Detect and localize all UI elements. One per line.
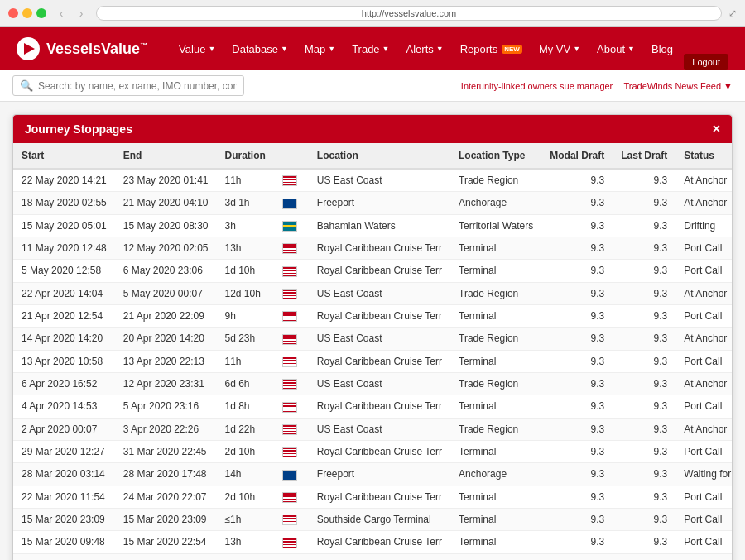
cell-start: 15 Mar 2020 09:48 xyxy=(13,531,115,553)
cell-location: US East Coast xyxy=(309,282,450,304)
cell-last-draft: 9.3 xyxy=(613,214,675,237)
cell-start: 15 Mar 2020 23:09 xyxy=(13,508,115,530)
search-input-wrap[interactable]: 🔍 xyxy=(12,75,244,96)
cell-start: 22 Mar 2020 11:54 xyxy=(13,486,115,508)
cell-location-type: Terminal xyxy=(450,237,541,259)
cell-flag xyxy=(274,440,309,462)
table-row: 28 Mar 2020 03:14 28 Mar 2020 17:48 14h … xyxy=(13,463,732,486)
cell-end: 5 May 2020 00:07 xyxy=(115,282,217,304)
cell-flag xyxy=(274,237,309,259)
cell-flag xyxy=(274,282,309,304)
cell-status: Port Call xyxy=(675,260,732,282)
cell-end: 15 Mar 2020 22:54 xyxy=(115,531,217,553)
logout-button[interactable]: Logout xyxy=(684,54,728,70)
cell-last-draft: 9.3 xyxy=(613,282,675,304)
table-row: 13 Apr 2020 10:58 13 Apr 2020 22:13 11h … xyxy=(13,350,732,372)
cell-location: Southside Cargo Terminal xyxy=(309,508,450,530)
cell-start: 11 May 2020 12:48 xyxy=(13,237,115,259)
cell-duration: ≤1h xyxy=(217,508,274,530)
table-row: 22 Apr 2020 14:04 5 May 2020 00:07 12d 1… xyxy=(13,282,732,304)
cell-flag xyxy=(274,169,309,192)
cell-modal-draft: 9.3 xyxy=(541,463,613,486)
cell-modal-draft: 9.3 xyxy=(541,531,613,553)
flag-icon xyxy=(282,357,297,367)
cell-duration: 3h xyxy=(217,214,274,237)
nav-item-map[interactable]: Map ▼ xyxy=(298,38,342,60)
table-row: 22 Mar 2020 11:54 24 Mar 2020 22:07 2d 1… xyxy=(13,486,732,508)
nav-item-blog[interactable]: Blog xyxy=(645,38,680,60)
browser-dots xyxy=(8,8,46,18)
cell-status: At Anchor xyxy=(675,192,732,214)
expand-icon[interactable]: ⤢ xyxy=(728,7,737,19)
cell-end: 24 Mar 2020 22:07 xyxy=(115,486,217,508)
dot-green[interactable] xyxy=(36,8,46,18)
table-row: 21 Apr 2020 12:54 21 Apr 2020 22:09 9h R… xyxy=(13,304,732,327)
cell-last-draft: 9.3 xyxy=(613,463,675,486)
nav-item-reports[interactable]: Reports NEW xyxy=(454,38,529,60)
cell-location-type: Terminal xyxy=(450,486,541,508)
cell-start: 4 Apr 2020 14:53 xyxy=(13,395,115,418)
back-arrow[interactable]: ‹ xyxy=(53,5,70,22)
flag-icon xyxy=(282,221,297,232)
cell-status: Port Call xyxy=(675,508,732,530)
cell-flag xyxy=(274,418,309,440)
nav-item-database[interactable]: Database ▼ xyxy=(225,38,295,60)
cell-end: 12 Apr 2020 23:31 xyxy=(115,372,217,395)
nav-item-trade[interactable]: Trade ▼ xyxy=(345,38,396,60)
cell-end: 12 May 2020 02:05 xyxy=(115,237,217,259)
cell-duration: 1d 10h xyxy=(217,260,274,282)
stoppages-table: Start End Duration Location Location Typ… xyxy=(13,143,732,560)
cell-last-draft: 9.3 xyxy=(613,553,675,560)
cell-duration: 9h xyxy=(217,304,274,327)
news-feed-button[interactable]: TradeWinds News Feed ▼ xyxy=(623,81,733,91)
nav-item-value[interactable]: Value ▼ xyxy=(172,38,222,60)
cell-flag xyxy=(274,304,309,327)
cell-end: 5 Apr 2020 23:16 xyxy=(115,395,217,418)
table-row: 15 May 2020 05:01 15 May 2020 08:30 3h B… xyxy=(13,214,732,237)
cell-flag xyxy=(274,372,309,395)
cell-start: 6 Apr 2020 16:52 xyxy=(13,372,115,395)
cell-duration: 1d 22h xyxy=(217,418,274,440)
table-header-row: Start End Duration Location Location Typ… xyxy=(13,143,732,169)
dot-yellow[interactable] xyxy=(22,8,32,18)
col-duration: Duration xyxy=(217,143,274,169)
journey-stoppages-dialog: Journey Stoppages × Start End Duration L… xyxy=(12,114,733,560)
flag-icon xyxy=(282,243,297,254)
table-row: 15 Mar 2020 09:48 15 Mar 2020 22:54 13h … xyxy=(13,531,732,553)
cell-location-type: Terminal xyxy=(450,531,541,553)
cell-duration: 5d 23h xyxy=(217,328,274,350)
table-row: 14 Apr 2020 14:20 20 Apr 2020 14:20 5d 2… xyxy=(13,328,732,350)
cell-flag xyxy=(274,531,309,553)
logo: VesselsValue™ xyxy=(17,37,147,60)
table-row: 29 Mar 2020 12:27 31 Mar 2020 22:45 2d 1… xyxy=(13,440,732,462)
flag-icon xyxy=(282,311,297,322)
nav-item-myvv[interactable]: My VV ▼ xyxy=(532,38,587,60)
cell-status: Port Call xyxy=(675,304,732,327)
forward-arrow[interactable]: › xyxy=(73,5,89,22)
url-bar[interactable]: http://vesselsvalue.com xyxy=(96,6,722,21)
cell-duration: 13h xyxy=(217,237,274,259)
search-input[interactable] xyxy=(38,80,237,92)
dot-red[interactable] xyxy=(8,8,18,18)
dialog-close-button[interactable]: × xyxy=(713,122,720,136)
cell-location-type: Port xyxy=(450,553,541,560)
cell-status: Port Call xyxy=(675,440,732,462)
cell-modal-draft: 9.3 xyxy=(541,214,613,237)
cell-end: 6 May 2020 23:06 xyxy=(115,260,217,282)
cell-location: US East Coast xyxy=(309,372,450,395)
dialog-header: Journey Stoppages × xyxy=(13,115,732,143)
cell-start: 5 May 2020 12:58 xyxy=(13,260,115,282)
flag-icon xyxy=(282,492,297,503)
cell-status: Port Call xyxy=(675,531,732,553)
cell-status: Port Call xyxy=(675,553,732,560)
nav-item-alerts[interactable]: Alerts ▼ xyxy=(400,38,450,60)
cell-location-type: Trade Region xyxy=(450,282,541,304)
nav-item-about[interactable]: About ▼ xyxy=(590,38,642,60)
cell-start: 14 Apr 2020 14:20 xyxy=(13,328,115,350)
cell-location: US East Coast xyxy=(309,418,450,440)
dialog-title: Journey Stoppages xyxy=(25,122,132,136)
reports-badge: NEW xyxy=(502,45,522,54)
flag-icon xyxy=(282,379,297,390)
table-row: 15 Mar 2020 23:09 15 Mar 2020 23:09 ≤1h … xyxy=(13,508,732,530)
table-row: 18 May 2020 02:55 21 May 2020 04:10 3d 1… xyxy=(13,192,732,214)
